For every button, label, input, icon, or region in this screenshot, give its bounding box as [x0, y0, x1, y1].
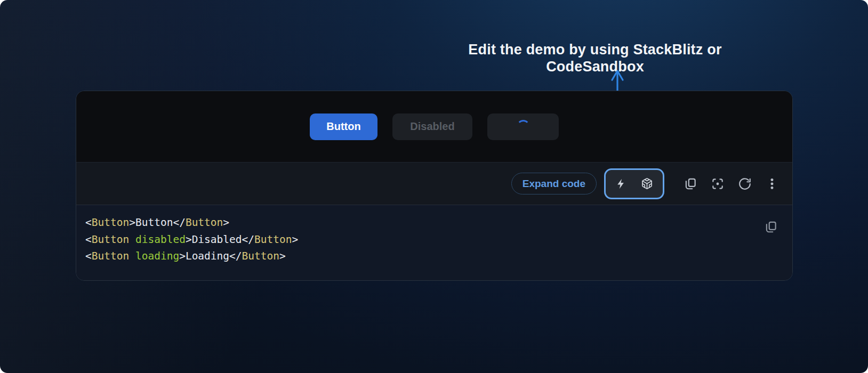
- stackblitz-bolt-icon[interactable]: [615, 178, 627, 190]
- code-line: <Button loading>Loading</Button>: [85, 248, 755, 265]
- edit-online-group: [604, 168, 664, 199]
- copy-icon[interactable]: [764, 220, 778, 234]
- code-line: <Button disabled>Disabled</Button>: [85, 231, 755, 248]
- demo-button-disabled[interactable]: Disabled: [392, 113, 472, 140]
- code-lines: <Button>Button</Button><Button disabled>…: [85, 214, 755, 265]
- annotation-headline: Edit the demo by using StackBlitz or Cod…: [419, 41, 771, 75]
- demo-toolbar: Expand code: [76, 162, 792, 205]
- isolate-demo-icon[interactable]: [710, 176, 725, 191]
- demo-button-loading[interactable]: [487, 113, 559, 140]
- more-options-icon[interactable]: [765, 176, 779, 191]
- refresh-demo-icon[interactable]: [737, 176, 752, 191]
- page-background: Edit the demo by using StackBlitz or Cod…: [0, 0, 868, 373]
- expand-code-button[interactable]: Expand code: [511, 173, 597, 194]
- code-line: <Button>Button</Button>: [85, 214, 755, 231]
- demo-stage: ButtonDisabled: [76, 91, 792, 162]
- codesandbox-cube-icon[interactable]: [641, 177, 653, 190]
- component-demo-card: ButtonDisabled Expand code: [76, 91, 793, 281]
- copy-code-icon[interactable]: [683, 176, 697, 191]
- demo-button-primary[interactable]: Button: [310, 113, 377, 140]
- code-block: <Button>Button</Button><Button disabled>…: [76, 205, 792, 280]
- spinner-icon: [517, 120, 530, 133]
